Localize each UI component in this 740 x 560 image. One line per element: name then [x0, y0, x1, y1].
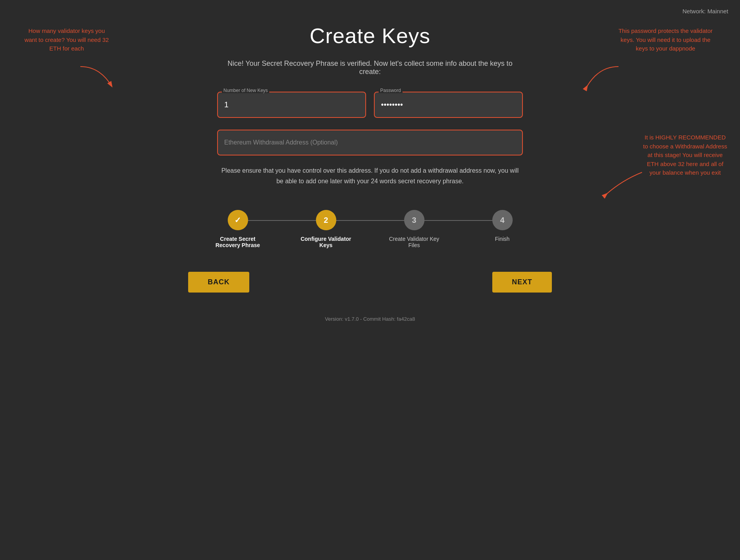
step-3-circle: 3 — [404, 210, 424, 230]
disclaimer-text: Please ensure that you have control over… — [217, 165, 523, 186]
step-3: 3 Create Validator Key Files — [370, 210, 458, 248]
step-2-circle: 2 — [316, 210, 336, 230]
step-1: ✓ Create Secret Recovery Phrase — [194, 210, 282, 248]
page-content: Create Keys Nice! Your Secret Recovery P… — [0, 0, 740, 330]
button-row: BACK NEXT — [194, 272, 546, 293]
password-group: Password — [374, 92, 523, 118]
step-1-label: Create Secret Recovery Phrase — [212, 236, 263, 248]
step-4-circle: 4 — [492, 210, 513, 230]
num-keys-input[interactable] — [217, 92, 366, 118]
back-button[interactable]: BACK — [188, 272, 249, 293]
step-3-label: Create Validator Key Files — [389, 236, 440, 248]
page-title: Create Keys — [310, 23, 430, 48]
num-keys-label: Number of New Keys — [222, 88, 269, 93]
password-label: Password — [379, 88, 403, 93]
page-subtitle: Nice! Your Secret Recovery Phrase is ver… — [217, 60, 523, 76]
step-2-label: Configure Validator Keys — [301, 236, 352, 248]
form-row-keys-password: Number of New Keys Password — [217, 92, 523, 118]
num-keys-group: Number of New Keys — [217, 92, 366, 118]
withdrawal-input[interactable] — [217, 130, 523, 155]
password-input[interactable] — [374, 92, 523, 118]
next-button[interactable]: NEXT — [492, 272, 552, 293]
version-footer: Version: v1.7.0 - Commit Hash: fa42ca8 — [325, 316, 415, 330]
step-4: 4 Finish — [458, 210, 546, 242]
withdrawal-row — [217, 130, 523, 155]
step-4-label: Finish — [495, 236, 510, 242]
stepper: ✓ Create Secret Recovery Phrase 2 Config… — [194, 210, 546, 248]
step-1-circle: ✓ — [228, 210, 248, 230]
step-2: 2 Configure Validator Keys — [282, 210, 370, 248]
